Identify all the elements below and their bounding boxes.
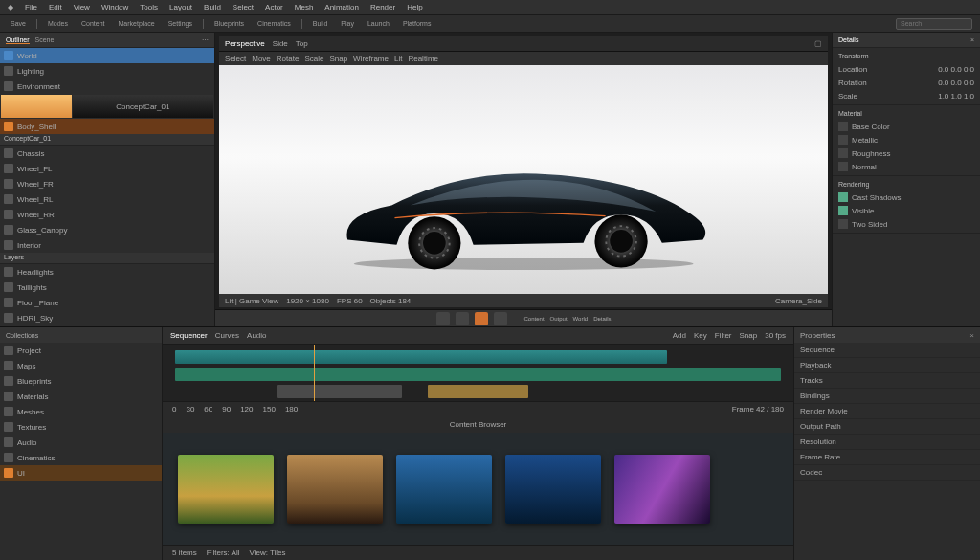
tree-item[interactable]: Environment [0,78,214,94]
menu-help[interactable]: Help [407,3,422,11]
close-icon[interactable]: × [969,331,974,340]
menu-build[interactable]: Build [204,3,221,11]
seq-tab-audio[interactable]: Audio [247,331,266,340]
menu-edit[interactable]: Edit [49,3,62,11]
prop-row[interactable]: Normal [838,160,974,173]
seq-tab-curves[interactable]: Curves [215,331,239,340]
prop-item[interactable]: Output Path [794,419,980,435]
prop-row[interactable]: Location0.0 0.0 0.0 [838,62,974,76]
prop-row[interactable]: Visible [838,204,974,217]
seq-fps[interactable]: 30 fps [765,331,786,340]
prop-row[interactable]: Roughness [838,146,974,160]
list-item[interactable]: Textures [0,419,162,435]
vptool-rotate[interactable]: Rotate [277,55,300,63]
tree-item[interactable]: HDRI_Sky [0,310,214,325]
tool-platforms[interactable]: Platforms [400,19,434,28]
viewport-canvas[interactable] [219,65,828,294]
tree-item[interactable]: Wheel_FR [0,176,214,191]
list-item[interactable]: Meshes [0,404,162,419]
prop-item[interactable]: Sequence [794,343,980,358]
tool-content[interactable]: Content [78,19,108,28]
menu-actor[interactable]: Actor [265,3,283,11]
playhead[interactable] [314,345,315,401]
vptool-wire[interactable]: Wireframe [353,55,389,63]
vp-tab-persp[interactable]: Perspective [225,39,265,48]
panel-menu-icon[interactable]: ⋯ [202,36,209,44]
menu-tools[interactable]: Tools [140,3,158,11]
menu-mesh[interactable]: Mesh [295,3,314,11]
vp-tab-side[interactable]: Side [273,39,288,48]
footer-filter[interactable]: Filters: All [207,549,240,557]
track-clip[interactable] [175,350,667,364]
section-material[interactable]: Material [838,110,974,117]
tree-item[interactable]: Glass_Canopy [0,222,214,237]
tool-build2[interactable]: Build [310,19,331,28]
list-item[interactable]: UI [0,465,162,481]
vptool-scale[interactable]: Scale [304,55,323,63]
close-icon[interactable]: × [970,36,974,43]
tree-item[interactable]: World [0,48,214,63]
preview-material-thumb[interactable] [1,95,72,118]
menu-select[interactable]: Select [233,3,254,11]
asset-thumb[interactable] [614,455,710,524]
prop-row[interactable]: Cast Shadows [838,190,974,204]
footer-view[interactable]: View: Tiles [249,549,285,557]
tool-save[interactable]: Save [8,19,29,28]
prop-item[interactable]: Resolution [794,435,980,450]
tree-item[interactable]: Taillights [0,280,214,295]
menu-anim[interactable]: Animation [324,3,359,11]
tool-settings[interactable]: Settings [166,19,195,28]
taskbar-details-icon[interactable] [494,312,507,325]
tab-scene[interactable]: Scene [35,36,55,43]
timeline-tracks[interactable] [163,345,793,402]
tree-item[interactable]: Interior [0,237,214,253]
tree-item[interactable]: Wheel_FL [0,161,214,176]
tab-outliner[interactable]: Outliner [6,36,30,44]
taskbar-output-icon[interactable] [456,312,469,325]
prop-row[interactable]: Rotation0.0 0.0 0.0 [838,76,974,89]
search-input[interactable] [896,18,972,30]
vptool-snap[interactable]: Snap [329,55,347,63]
vptool-rt[interactable]: Realtime [408,55,438,63]
tool-blueprints[interactable]: Blueprints [212,19,247,28]
taskbar-world-icon[interactable] [475,312,488,325]
vptool-move[interactable]: Move [252,55,271,63]
seq-tool[interactable]: Add [673,331,686,340]
list-item[interactable]: Audio [0,435,162,450]
tree-item[interactable]: Body_Shell [0,119,214,134]
prop-item[interactable]: Bindings [794,389,980,404]
prop-row[interactable]: Base Color [838,120,974,133]
prop-item[interactable]: Codec [794,465,980,481]
list-item[interactable]: Maps [0,358,162,373]
asset-thumb[interactable] [396,455,492,524]
tree-item[interactable]: Headlights [0,264,214,280]
menu-render[interactable]: Render [370,3,395,11]
prop-item[interactable]: Render Movie [794,404,980,419]
color-swatch-icon[interactable] [838,122,848,131]
list-item[interactable]: Blueprints [0,373,162,389]
section-transform[interactable]: Transform [838,53,974,59]
track-clip[interactable] [175,368,781,381]
seq-tool[interactable]: Key [694,331,707,340]
list-item[interactable]: Project [0,343,162,358]
menu-view[interactable]: View [74,3,90,11]
tree-item[interactable]: Floor_Plane [0,295,214,310]
tool-modes[interactable]: Modes [45,19,71,28]
preview-model-thumb[interactable]: ConceptCar_01 [73,95,213,118]
menu-layout[interactable]: Layout [169,3,192,11]
section-rendering[interactable]: Rendering [838,181,974,188]
checkbox-icon[interactable] [838,219,848,229]
tree-item[interactable]: Wheel_RR [0,207,214,222]
taskbar-content-icon[interactable] [436,312,450,325]
asset-thumb[interactable] [287,455,383,524]
prop-row[interactable]: Scale1.0 1.0 1.0 [838,89,974,102]
tree-item[interactable]: Camera_Side [0,325,214,326]
seq-tool[interactable]: Snap [740,331,758,340]
asset-thumb[interactable] [178,455,274,524]
track-clip[interactable] [428,385,528,398]
prop-item[interactable]: Playback [794,358,980,373]
tree-item[interactable]: Chassis [0,146,214,161]
seq-tab-sequencer[interactable]: Sequencer [170,331,208,340]
vptool-lit[interactable]: Lit [394,55,402,63]
prop-row[interactable]: Two Sided [838,217,974,231]
